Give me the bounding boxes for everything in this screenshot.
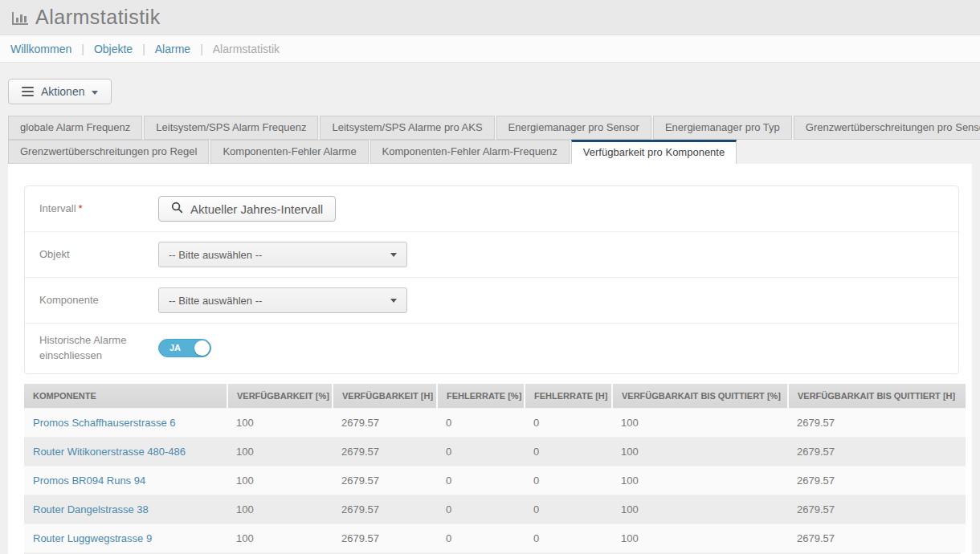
form-row-komponente: Komponente -- Bitte auswählen --: [25, 277, 958, 323]
table-row: Router Luggwegstrasse 91002679.570010026…: [24, 523, 966, 552]
chevron-down-icon: [390, 299, 397, 303]
column-header[interactable]: VERFÜGBARKAIT BIS QUITTIERT [%]: [612, 384, 788, 409]
actions-button-label: Aktionen: [41, 85, 84, 98]
komponente-label: Komponente: [39, 293, 158, 308]
component-link[interactable]: Promos BR094 Runs 94: [24, 466, 227, 495]
table-cell: 2679.57: [788, 408, 966, 437]
page-title: Alarmstatistik: [35, 6, 161, 29]
table-row: Router Witikonerstrasse 480-4861002679.5…: [24, 437, 966, 466]
table-cell: 100: [227, 408, 333, 437]
breadcrumb-separator: |: [81, 43, 84, 55]
breadcrumb-objekte[interactable]: Objekte: [94, 43, 133, 55]
table-cell: 2679.57: [788, 523, 966, 552]
table-cell: 2679.57: [788, 495, 966, 523]
table-cell: 0: [437, 408, 525, 437]
table-header-row: KOMPONENTEVERFÜGBARKEIT [%]VERFÜGBARKEIT…: [24, 384, 966, 409]
tab-komponenten-fehler-alarm-frequenz[interactable]: Komponenten-Fehler Alarm-Frequenz: [370, 140, 570, 164]
column-header[interactable]: FEHLERRATE [%]: [437, 384, 525, 409]
intervall-label: Intervall*: [39, 202, 158, 217]
table-cell: 100: [227, 523, 333, 552]
table-cell: 100: [227, 495, 333, 523]
table-cell: 2679.57: [333, 466, 437, 495]
required-asterisk: *: [79, 202, 83, 214]
form-row-historische-alarme: Historische Alarme einschliessen JA: [25, 323, 958, 373]
toolbar: Aktionen: [0, 63, 980, 116]
tab-leitsystem-sps-alarm-frequenz[interactable]: Leitsystem/SPS Alarm Frequenz: [144, 116, 318, 140]
tabs-row-2: Grenzwertüberschreitungen pro RegelKompo…: [8, 140, 980, 164]
column-header[interactable]: FEHLERRATE [H]: [525, 384, 612, 409]
table-row: Promos BR094 Runs 941002679.57001002679.…: [24, 466, 966, 495]
menu-icon: [22, 87, 34, 96]
table-cell: 2679.57: [788, 437, 966, 466]
toggle-on-label: JA: [169, 343, 181, 352]
table-cell: 2679.57: [333, 408, 437, 437]
table-cell: 0: [437, 437, 525, 466]
table-cell: 100: [612, 408, 788, 437]
tabs-row-1: globale Alarm FrequenzLeitsystem/SPS Ala…: [8, 116, 980, 140]
search-icon: [171, 202, 183, 216]
historische-alarme-toggle[interactable]: JA: [158, 339, 211, 357]
toggle-knob: [194, 340, 210, 356]
table-cell: 0: [525, 523, 612, 552]
chevron-down-icon: [92, 91, 98, 95]
table-cell: 2679.57: [333, 495, 437, 523]
breadcrumb: Willkommen | Objekte | Alarme | Alarmsta…: [0, 35, 980, 63]
tab-leitsystem-sps-alarme-pro-aks[interactable]: Leitsystem/SPS Alarme pro AKS: [320, 116, 494, 140]
availability-table: KOMPONENTEVERFÜGBARKEIT [%]VERFÜGBARKEIT…: [24, 384, 966, 552]
tab-komponenten-fehler-alarme[interactable]: Komponenten-Fehler Alarme: [210, 140, 368, 164]
tab-energiemanager-pro-sensor[interactable]: Energiemanager pro Sensor: [496, 116, 651, 140]
tab-grenzwertüberschreitungen-pro-sensor[interactable]: Grenzwertüberschreitungen pro Sensor: [794, 116, 980, 140]
table-cell: 100: [612, 466, 788, 495]
historische-alarme-label: Historische Alarme einschliessen: [39, 333, 158, 364]
column-header[interactable]: KOMPONENTE: [24, 384, 227, 409]
bar-chart-icon: [10, 7, 31, 28]
component-link[interactable]: Router Witikonerstrasse 480-486: [24, 437, 227, 466]
table-cell: 0: [437, 466, 525, 495]
actions-dropdown-button[interactable]: Aktionen: [8, 79, 112, 104]
komponente-select-value: -- Bitte auswählen --: [169, 295, 262, 307]
tab-energiemanager-pro-typ[interactable]: Energiemanager pro Typ: [653, 116, 792, 140]
component-link[interactable]: Router Dangelstrasse 38: [24, 495, 227, 523]
breadcrumb-separator: |: [142, 43, 145, 55]
table-cell: 2679.57: [333, 437, 437, 466]
form-row-objekt: Objekt -- Bitte auswählen --: [25, 231, 958, 277]
objekt-label: Objekt: [39, 247, 158, 263]
interval-picker-button[interactable]: Aktueller Jahres-Intervall: [158, 196, 336, 222]
table-cell: 100: [612, 495, 788, 523]
breadcrumb-willkommen[interactable]: Willkommen: [10, 43, 71, 55]
table-cell: 0: [525, 495, 612, 523]
table-cell: 0: [525, 437, 612, 466]
table-cell: 100: [612, 437, 788, 466]
chevron-down-icon: [390, 253, 397, 257]
table-row: Router Dangelstrasse 381002679.570010026…: [24, 495, 966, 523]
interval-button-label: Aktueller Jahres-Intervall: [190, 202, 323, 216]
main-panel: Intervall* Aktueller Jahres-Intervall Ob…: [8, 164, 972, 554]
breadcrumb-alarmstatistik: Alarmstatistik: [213, 43, 280, 55]
table-cell: 100: [227, 466, 333, 495]
breadcrumb-alarme[interactable]: Alarme: [155, 43, 190, 55]
table-cell: 2679.57: [788, 466, 966, 495]
breadcrumb-separator: |: [200, 43, 203, 55]
objekt-select[interactable]: -- Bitte auswählen --: [158, 242, 407, 267]
tab-grenzwertüberschreitungen-pro-regel[interactable]: Grenzwertüberschreitungen pro Regel: [8, 140, 209, 164]
page-header: Alarmstatistik: [0, 0, 980, 35]
table-cell: 2679.57: [333, 523, 437, 552]
component-link[interactable]: Promos Schaffhauserstrasse 6: [24, 408, 227, 437]
table-cell: 100: [227, 437, 333, 466]
tab-verfügbarkeit-pro-komponente[interactable]: Verfügbarkeit pro Komponente: [571, 140, 737, 164]
table-cell: 100: [612, 523, 788, 552]
form-row-intervall: Intervall* Aktueller Jahres-Intervall: [25, 186, 958, 231]
column-header[interactable]: VERFÜGBARKAIT BIS QUITTIERT [H]: [788, 384, 966, 409]
table-cell: 0: [437, 495, 525, 523]
table-cell: 0: [525, 466, 612, 495]
objekt-select-value: -- Bitte auswählen --: [169, 249, 262, 261]
table-cell: 0: [525, 408, 612, 437]
component-link[interactable]: Router Luggwegstrasse 9: [24, 523, 227, 552]
tab-globale-alarm-frequenz[interactable]: globale Alarm Frequenz: [8, 116, 142, 140]
column-header[interactable]: VERFÜGBARKEIT [H]: [333, 384, 437, 409]
komponente-select[interactable]: -- Bitte auswählen --: [158, 287, 407, 313]
table-row: Promos Schaffhauserstrasse 61002679.5700…: [24, 408, 966, 437]
filter-form: Intervall* Aktueller Jahres-Intervall Ob…: [24, 185, 959, 374]
table-cell: 0: [437, 523, 525, 552]
column-header[interactable]: VERFÜGBARKEIT [%]: [227, 384, 333, 409]
